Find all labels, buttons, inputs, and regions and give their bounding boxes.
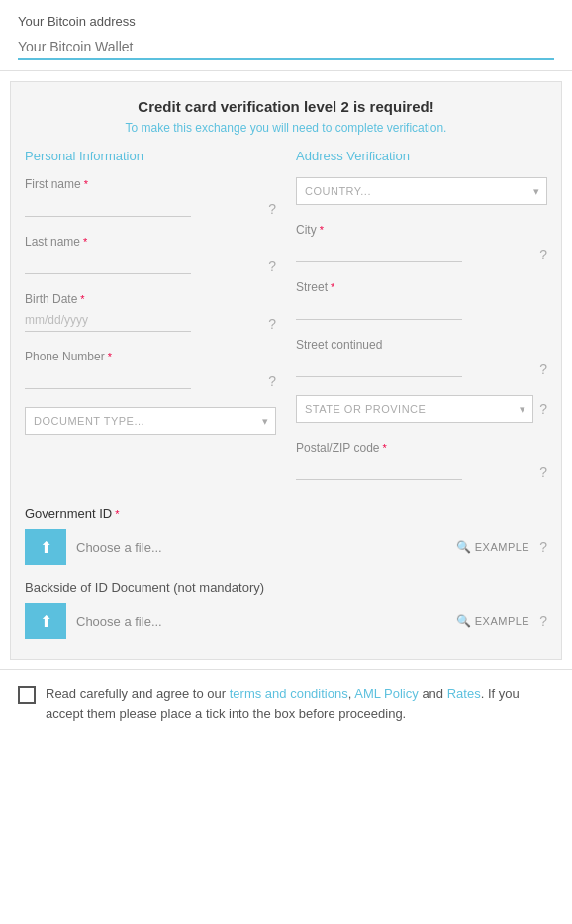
last-name-help-icon[interactable]: ? <box>268 258 276 274</box>
gov-id-required: * <box>115 508 119 520</box>
phone-input[interactable] <box>25 365 191 389</box>
aml-link[interactable]: AML Policy <box>354 686 419 701</box>
terms-link[interactable]: terms and conditions <box>230 686 348 701</box>
city-label: City * <box>296 223 533 237</box>
address-section-title: Address Verification <box>296 149 547 163</box>
state-select[interactable]: STATE OR PROVINCE <box>296 395 533 423</box>
postal-label: Postal/ZIP code * <box>296 441 533 455</box>
state-row: STATE OR PROVINCE ▾ ? <box>296 395 547 423</box>
street-continued-field-wrapper: Street continued <box>296 338 533 377</box>
bitcoin-input[interactable] <box>18 35 554 60</box>
birth-date-field-wrapper: Birth Date * <box>25 292 262 332</box>
street-continued-label: Street continued <box>296 338 533 352</box>
country-row: COUNTRY... ▾ <box>296 177 547 205</box>
postal-row: Postal/ZIP code * ? <box>296 441 547 480</box>
backside-id-upload-button[interactable]: ⬆ <box>25 603 66 639</box>
street-continued-row: Street continued ? <box>296 338 547 377</box>
street-label: Street * <box>296 280 547 294</box>
last-name-row: Last name * ? <box>25 235 276 274</box>
last-name-input[interactable] <box>25 251 191 274</box>
upload-icon: ⬆ <box>40 538 52 557</box>
street-input[interactable] <box>296 296 462 320</box>
birth-date-input[interactable] <box>25 308 191 332</box>
government-id-upload-row: ⬆ Choose a file... 🔍 EXAMPLE ? <box>25 529 547 565</box>
government-id-section: Government ID * ⬆ Choose a file... 🔍 EXA… <box>25 506 547 565</box>
backside-id-example-text: EXAMPLE <box>475 615 529 627</box>
birth-date-group: Birth Date * ? <box>25 292 276 332</box>
government-id-label: Government ID * <box>25 506 547 521</box>
government-id-example-text: EXAMPLE <box>475 541 529 553</box>
bitcoin-label: Your Bitcoin address <box>18 14 554 29</box>
country-group: COUNTRY... ▾ <box>296 177 547 205</box>
street-continued-group: Street continued ? <box>296 338 547 377</box>
city-input[interactable] <box>296 239 462 262</box>
postal-group: Postal/ZIP code * ? <box>296 441 547 480</box>
document-type-row: DOCUMENT TYPE... Passport Driver License… <box>25 407 276 435</box>
birth-date-required: * <box>80 293 84 305</box>
phone-number-row: Phone Number * ? <box>25 350 276 389</box>
backside-id-label: Backside of ID Document (not mandatory) <box>25 580 547 595</box>
street-continued-input[interactable] <box>296 354 462 377</box>
backside-id-upload-row: ⬆ Choose a file... 🔍 EXAMPLE ? <box>25 603 547 639</box>
verification-box: Credit card verification level 2 is requ… <box>10 81 562 660</box>
last-name-label: Last name * <box>25 235 262 249</box>
state-group: STATE OR PROVINCE ▾ ? <box>296 395 547 423</box>
postal-input[interactable] <box>296 457 462 480</box>
document-type-select[interactable]: DOCUMENT TYPE... Passport Driver License… <box>25 407 276 435</box>
government-id-choose-file: Choose a file... <box>76 540 162 555</box>
last-name-group: Last name * ? <box>25 235 276 274</box>
city-group: City * ? <box>296 223 547 262</box>
backside-id-section: Backside of ID Document (not mandatory) … <box>25 580 547 639</box>
country-select-wrapper: COUNTRY... ▾ <box>296 177 547 205</box>
country-select[interactable]: COUNTRY... <box>296 177 547 205</box>
postal-required: * <box>383 442 387 454</box>
personal-info-column: Personal Information First name * ? <box>25 149 276 498</box>
government-id-help-icon[interactable]: ? <box>539 539 547 555</box>
agreement-row: Read carefully and agree to our terms an… <box>18 684 554 723</box>
backside-id-choose-file: Choose a file... <box>76 614 162 629</box>
last-name-field-wrapper: Last name * <box>25 235 262 274</box>
verification-title: Credit card verification level 2 is requ… <box>25 98 547 115</box>
street-continued-help-icon[interactable]: ? <box>539 361 547 377</box>
birth-date-help-icon[interactable]: ? <box>268 316 276 332</box>
first-name-required: * <box>84 178 88 190</box>
government-id-example-link[interactable]: 🔍 EXAMPLE <box>456 540 529 554</box>
document-type-select-wrapper: DOCUMENT TYPE... Passport Driver License… <box>25 407 276 435</box>
last-name-required: * <box>83 236 87 248</box>
postal-help-icon[interactable]: ? <box>539 464 547 480</box>
phone-help-icon[interactable]: ? <box>268 373 276 389</box>
state-select-wrapper: STATE OR PROVINCE ▾ <box>296 395 533 423</box>
first-name-group: First name * ? <box>25 177 276 217</box>
backside-id-example-link[interactable]: 🔍 EXAMPLE <box>456 614 529 628</box>
first-name-label: First name * <box>25 177 262 191</box>
bitcoin-section: Your Bitcoin address <box>0 0 572 71</box>
phone-field-wrapper: Phone Number * <box>25 350 262 389</box>
personal-section-title: Personal Information <box>25 149 276 163</box>
document-type-group: DOCUMENT TYPE... Passport Driver License… <box>25 407 276 435</box>
street-field-wrapper: Street * <box>296 280 547 320</box>
verification-subtitle: To make this exchange you will need to c… <box>25 121 547 135</box>
city-field-wrapper: City * <box>296 223 533 262</box>
first-name-help-icon[interactable]: ? <box>268 201 276 217</box>
backside-id-help-icon[interactable]: ? <box>539 613 547 629</box>
state-help-icon[interactable]: ? <box>539 401 547 417</box>
backside-upload-icon: ⬆ <box>40 612 52 631</box>
backside-example-search-icon: 🔍 <box>456 614 471 628</box>
agreement-checkbox[interactable] <box>18 686 36 704</box>
form-columns: Personal Information First name * ? <box>25 149 547 498</box>
first-name-field-wrapper: First name * <box>25 177 262 217</box>
rates-link[interactable]: Rates <box>447 686 481 701</box>
city-help-icon[interactable]: ? <box>539 247 547 262</box>
postal-field-wrapper: Postal/ZIP code * <box>296 441 533 480</box>
first-name-row: First name * ? <box>25 177 276 217</box>
street-group: Street * <box>296 280 547 320</box>
street-row: Street * <box>296 280 547 320</box>
government-id-upload-button[interactable]: ⬆ <box>25 529 66 565</box>
birth-date-row: Birth Date * ? <box>25 292 276 332</box>
example-search-icon: 🔍 <box>456 540 471 554</box>
address-column: Address Verification COUNTRY... ▾ <box>296 149 547 498</box>
phone-required: * <box>108 351 112 362</box>
first-name-input[interactable] <box>25 193 191 217</box>
phone-label: Phone Number * <box>25 350 262 363</box>
birth-date-label: Birth Date * <box>25 292 262 306</box>
